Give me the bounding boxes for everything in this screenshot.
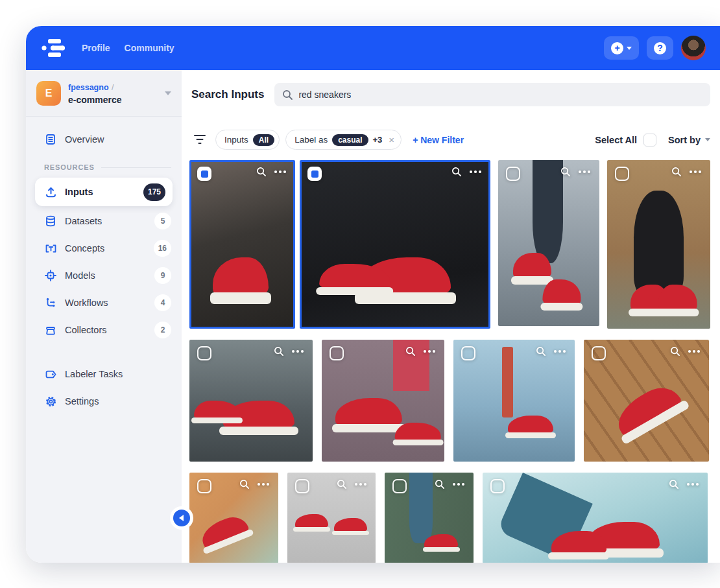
input-tile[interactable] [189, 160, 295, 329]
more-options-icon[interactable] [292, 347, 305, 356]
more-options-icon[interactable] [579, 167, 592, 176]
select-all-checkbox[interactable] [643, 134, 656, 147]
tile-checkbox[interactable] [615, 167, 629, 181]
more-options-icon[interactable] [688, 347, 701, 356]
project-separator: / [112, 83, 114, 92]
search-bar[interactable] [274, 83, 710, 106]
input-tile[interactable] [189, 340, 313, 462]
tile-checkbox-checked[interactable] [197, 167, 211, 181]
close-icon[interactable]: × [387, 134, 396, 145]
chevron-down-icon [165, 91, 171, 95]
chip-icon [44, 269, 57, 282]
more-options-icon[interactable] [258, 480, 270, 489]
input-tile[interactable] [483, 473, 708, 563]
document-icon [44, 133, 57, 146]
database-icon [44, 215, 57, 228]
input-tile[interactable] [189, 473, 278, 563]
more-options-icon[interactable] [424, 347, 437, 356]
more-options-icon[interactable] [554, 347, 567, 356]
zoom-icon[interactable] [669, 479, 679, 489]
nav-community-link[interactable]: Community [125, 43, 174, 53]
zoom-icon[interactable] [256, 167, 267, 177]
models-count-badge: 9 [154, 267, 171, 284]
tile-checkbox[interactable] [295, 479, 309, 493]
sort-by-dropdown[interactable]: Sort by [668, 135, 710, 145]
sidebar-item-label: Datasets [65, 216, 102, 226]
sidebar-item-label: Inputs [65, 187, 93, 197]
zoom-icon[interactable] [405, 346, 416, 357]
tile-checkbox-checked[interactable] [307, 167, 322, 181]
add-resource-button[interactable]: + [604, 36, 639, 60]
app-window: Profile Community + ? E fpessagno / e-c [26, 26, 720, 563]
nav-profile-link[interactable]: Profile [82, 43, 110, 53]
input-tile[interactable] [498, 160, 599, 326]
tile-checkbox[interactable] [392, 479, 407, 493]
input-tile[interactable] [322, 340, 444, 462]
project-avatar: E [36, 81, 61, 106]
inputs-grid [182, 150, 720, 563]
help-button[interactable]: ? [647, 36, 673, 60]
sidebar-item-concepts[interactable]: Concepts 16 [26, 235, 182, 262]
input-tile[interactable] [287, 473, 376, 563]
input-tile[interactable] [385, 473, 474, 563]
app-logo-icon[interactable] [42, 37, 67, 59]
sidebar-item-settings[interactable]: Settings [26, 388, 182, 415]
project-selector[interactable]: E fpessagno / e-commerce [26, 70, 182, 117]
sidebar-item-label: Workflows [65, 298, 108, 308]
zoom-icon[interactable] [536, 346, 546, 357]
sidebar-item-datasets[interactable]: Datasets 5 [26, 207, 182, 235]
more-options-icon[interactable] [274, 167, 287, 176]
tile-checkbox[interactable] [461, 346, 475, 360]
zoom-icon[interactable] [435, 479, 445, 489]
project-name: e-commerce [68, 94, 122, 106]
sidebar-item-labeler-tasks[interactable]: Labeler Tasks [26, 360, 182, 388]
filter-pill-inputs[interactable]: Inputs All [215, 130, 280, 150]
more-options-icon[interactable] [470, 167, 483, 176]
tile-checkbox[interactable] [197, 346, 211, 360]
input-tile[interactable] [607, 160, 710, 329]
search-input[interactable] [298, 89, 702, 100]
tile-checkbox[interactable] [330, 346, 344, 360]
more-options-icon[interactable] [453, 480, 466, 489]
input-tile[interactable] [453, 340, 575, 462]
zoom-icon[interactable] [560, 167, 571, 177]
sidebar-item-workflows[interactable]: Workflows 4 [26, 289, 182, 316]
zoom-icon[interactable] [451, 167, 462, 177]
tile-checkbox[interactable] [506, 167, 520, 181]
sidebar-item-label: Concepts [65, 243, 104, 253]
input-tile[interactable] [584, 340, 709, 462]
tile-checkbox[interactable] [592, 346, 606, 360]
sidebar-item-collectors[interactable]: Collectors 2 [26, 316, 182, 344]
tile-checkbox[interactable] [197, 479, 211, 493]
tile-checkbox[interactable] [490, 479, 505, 493]
new-filter-button[interactable]: + New Filter [413, 135, 464, 145]
sidebar-item-inputs[interactable]: Inputs 175 [35, 178, 173, 206]
top-navigation-bar: Profile Community + ? [26, 26, 720, 70]
more-options-icon[interactable] [690, 167, 702, 176]
sidebar-item-models[interactable]: Models 9 [26, 262, 182, 289]
inputs-count-badge: 175 [143, 183, 165, 201]
filter-pill-label-as[interactable]: Label as casual +3 × [285, 130, 402, 150]
zoom-icon[interactable] [671, 167, 682, 177]
gear-icon [44, 395, 57, 408]
zoom-icon[interactable] [274, 346, 284, 357]
filter-icon[interactable] [193, 135, 206, 145]
concepts-icon [44, 242, 57, 255]
more-options-icon[interactable] [687, 480, 700, 489]
filter-pill-value-badge: All [253, 134, 274, 146]
top-nav-links: Profile Community [82, 43, 174, 53]
collapse-sidebar-button[interactable] [173, 510, 190, 526]
sidebar-item-overview[interactable]: Overview [26, 126, 182, 153]
sidebar: E fpessagno / e-commerce Overview [26, 70, 182, 563]
tag-icon [44, 368, 57, 381]
input-tile[interactable] [300, 160, 490, 329]
page-title: Search Inputs [191, 88, 264, 101]
more-options-icon[interactable] [355, 480, 368, 489]
zoom-icon[interactable] [239, 479, 250, 489]
zoom-icon[interactable] [670, 346, 680, 357]
search-icon [282, 89, 293, 100]
filter-pill-label: Label as [294, 135, 328, 145]
sidebar-item-label: Overview [65, 134, 104, 145]
zoom-icon[interactable] [337, 479, 347, 489]
user-avatar[interactable] [681, 36, 706, 60]
